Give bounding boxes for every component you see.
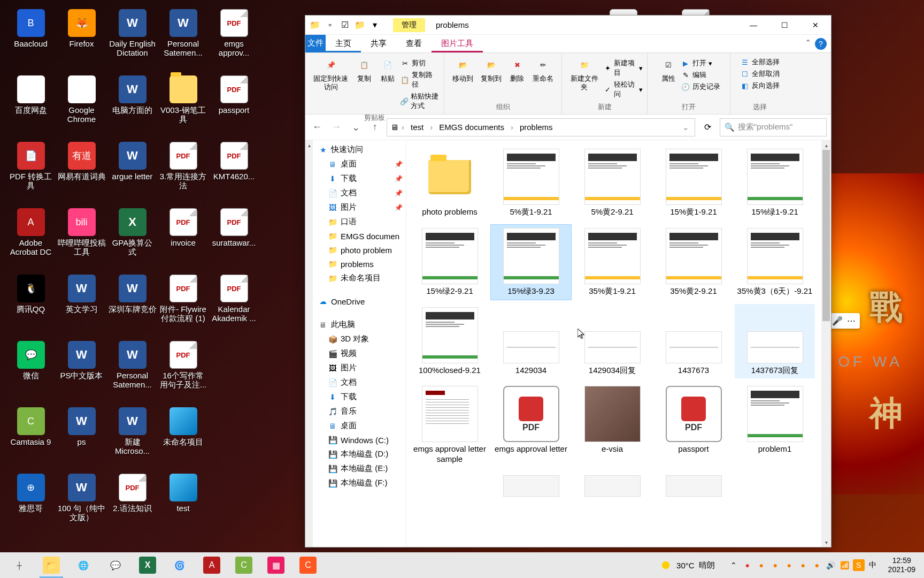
tab-share[interactable]: 共享 [361,35,396,52]
file-item[interactable]: 1437673回复 [735,304,815,379]
file-item[interactable]: emgs approval letter [491,383,571,468]
ribbon-copy[interactable]: 📋复制 [353,55,375,112]
ribbon-pasteshortcut[interactable]: 🔗粘贴快捷方式 [400,90,440,112]
taskbar-chrome[interactable]: 🌐 [67,552,99,578]
nav-item[interactable]: ⬇下载📌 [313,171,406,186]
desktop-icon[interactable]: BBaacloud [5,8,56,74]
tab-file[interactable]: 文件 [305,35,326,52]
nav-item[interactable]: 📁EMGS documen [313,229,406,243]
ribbon-copyto[interactable]: 📂复制到 [478,55,505,85]
ime-item[interactable]: 🎤 [832,315,843,326]
nav-item[interactable]: 📁photo problem [313,243,406,257]
ribbon-collapse-icon[interactable]: ⌃ [805,38,812,50]
ribbon-newitem[interactable]: ✦新建项目 ▾ [604,57,643,79]
tray-icon[interactable]: ● [742,559,753,571]
desktop-icon[interactable]: KMT4620... [209,141,259,207]
ribbon-paste[interactable]: 📄粘贴 [376,55,399,112]
nav-item[interactable]: 💾本地磁盘 (E:) [313,461,406,476]
breadcrumb[interactable]: 🖥› test› EMGS documents› problems ⌄ [387,118,695,136]
file-item[interactable]: 5%黄2-9.21 [572,146,652,220]
file-item-partial[interactable] [491,472,571,502]
file-item[interactable]: 15%绿3-9.23 [491,225,571,300]
nav-item[interactable]: 🖼图片 [313,361,406,375]
breadcrumb-dropdown[interactable]: ⌄ [680,123,691,132]
tray-ime-icon[interactable]: S [853,559,865,571]
nav-item[interactable]: 📄文档 [313,375,406,390]
taskbar-camtasia[interactable]: C [228,552,260,578]
desktop-icon[interactable]: 16个写作常用句子及注... [158,340,209,406]
desktop-icon[interactable]: 未命名项目 [158,406,209,473]
ribbon-newfolder[interactable]: 📁新建文件夹 [566,55,603,100]
desktop-icon[interactable]: W深圳车牌竞价 [107,273,158,340]
ribbon-cut[interactable]: ✂剪切 [400,57,440,69]
file-item[interactable]: 5%黄1-9.21 [491,146,571,220]
desktop-icon[interactable]: bili哔哩哔哩投稿工具 [56,207,107,273]
ime-item[interactable]: ⋯ [847,315,856,326]
desktop-icon[interactable]: emgs approv... [209,8,259,74]
help-icon[interactable]: ? [815,38,827,50]
refresh-button[interactable]: ⟳ [699,119,715,135]
nav-item[interactable]: 📁problems [313,257,406,271]
ribbon-edit[interactable]: ✎编辑 [681,69,720,81]
qat-save-icon[interactable]: ▫ [325,20,335,31]
file-item-partial[interactable] [572,472,652,502]
ribbon-invert[interactable]: ◧反向选择 [740,80,780,92]
qat-newfolder-icon[interactable]: 📁 [355,20,365,31]
tray-icon[interactable]: ● [769,559,781,571]
desktop-icon[interactable]: XGPA换算公式 [107,207,158,273]
titlebar[interactable]: 📁 ▫ ☑ 📁 ▾ 管理 problems — ☐ ✕ [305,16,831,35]
desktop-icon[interactable]: 📄PDF 转换工具 [5,141,56,207]
desktop-icon[interactable]: W电脑方面的 [107,74,158,141]
search-input[interactable]: 🔍 搜索"problems" [720,118,827,136]
nav-item[interactable]: 💾本地磁盘 (F:) [313,476,406,490]
file-item[interactable]: 1429034 [491,304,571,379]
nav-recent-dropdown[interactable]: ⌄ [348,120,363,135]
nav-forward-button[interactable]: → [329,120,344,135]
file-item[interactable]: problem1 [735,383,815,468]
desktop-icon[interactable]: invoice [158,207,209,273]
maximize-button[interactable]: ☐ [769,16,800,34]
desktop-icon[interactable]: ⬤Google Chrome [56,74,107,141]
tab-home[interactable]: 主页 [326,35,361,52]
nav-this-pc[interactable]: 🖥此电脑 [313,317,406,332]
tray-icon[interactable]: ● [797,559,809,571]
desktop-icon[interactable]: 2.语法知识 [107,473,158,539]
desktop-icon[interactable]: ∞百度网盘 [5,74,56,141]
file-item[interactable]: photo problems [410,146,490,220]
taskbar-explorer[interactable]: 📁 [35,552,67,578]
tray-icon[interactable]: ● [783,559,795,571]
system-tray[interactable]: ⌃ ● ● ● ● ● ● 🔊 📶 S 中 [723,559,883,571]
tab-picture-tools[interactable]: 图片工具 [432,35,483,52]
desktop-icon[interactable]: 有道网易有道词典 [56,141,107,207]
taskbar-excel[interactable]: X [132,552,164,578]
desktop-icon[interactable]: W英文学习 [56,273,107,340]
nav-quick-access[interactable]: ★快速访问 [313,142,406,157]
taskbar-app[interactable]: ▦ [260,552,292,578]
nav-item[interactable]: 🖥桌面📌 [313,157,406,171]
tray-volume-icon[interactable]: 🔊 [825,559,837,571]
desktop-icon[interactable]: WPersonal Satemen... [107,340,158,406]
desktop-icon[interactable]: WPersonal Satemen... [158,8,209,74]
file-item[interactable]: 15%黄1-9.21 [653,146,734,220]
desktop-icon[interactable]: test [158,473,209,539]
nav-item[interactable]: 📄文档📌 [313,186,406,200]
file-item[interactable]: 100%closed-9.21 [410,304,490,379]
desktop-icon[interactable]: Kalendar Akademik ... [209,273,259,340]
desktop-icon[interactable]: surattawar... [209,207,259,273]
file-item[interactable]: 35%黄2-9.21 [653,225,734,300]
nav-item[interactable]: 🎵音乐 [313,404,406,419]
taskbar-wechat[interactable]: 💬 [99,552,132,578]
nav-item[interactable]: 📁口语 [313,215,406,229]
taskbar-edge[interactable]: 🌀 [164,552,196,578]
desktop-icon[interactable]: 🐧腾讯QQ [5,273,56,340]
desktop-icon[interactable]: Wps [56,406,107,473]
file-item[interactable]: emgs approval letter sample [410,383,490,468]
taskbar-weather[interactable]: 30°C 晴朗 [651,559,723,572]
desktop-icon[interactable]: 💬微信 [5,340,56,406]
nav-back-button[interactable]: ← [310,120,325,135]
breadcrumb-item[interactable]: EMGS documents [436,121,507,133]
nav-item[interactable]: 📦3D 对象 [313,332,406,346]
desktop-icon[interactable]: 🦊Firefox [56,8,107,74]
file-item[interactable]: 15%绿2-9.21 [410,225,490,300]
nav-up-button[interactable]: ↑ [367,120,382,135]
